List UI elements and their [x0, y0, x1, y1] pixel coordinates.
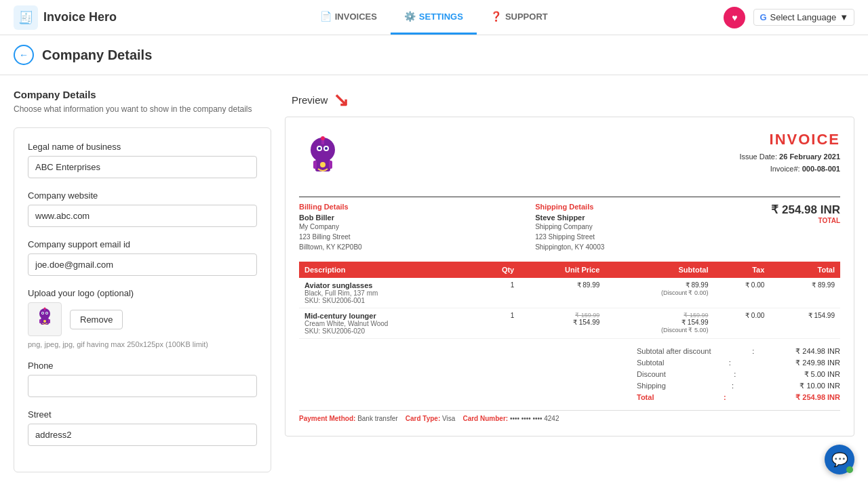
section-title: Company Details: [14, 89, 271, 100]
subtotal-row: Subtotal : ₹ 249.98 INR: [637, 357, 840, 369]
th-qty: Qty: [476, 262, 519, 278]
item-2-unit-price: ₹ 159.99 ₹ 154.99: [519, 308, 605, 339]
nav-invoices[interactable]: 📄 INVOICES: [307, 0, 391, 35]
logo-preview: [28, 302, 62, 336]
shipping-heading: Shipping Details: [535, 203, 771, 211]
shipping-name: Steve Shipper: [535, 214, 771, 222]
robot-logo-icon: [31, 306, 58, 333]
language-selector[interactable]: G Select Language ▼: [753, 9, 854, 26]
phone-input[interactable]: [28, 375, 257, 397]
logo-area: 🧾 Invoice Hero: [14, 5, 117, 30]
subtotal-after-discount-value: ₹ 244.98 INR: [795, 347, 840, 356]
discount-value: ₹ 5.00 INR: [804, 370, 840, 379]
invoice-num-value: 000-08-001: [802, 165, 840, 173]
payment-method-value: Bank transfer: [357, 415, 397, 422]
shipping-label: Shipping: [637, 382, 666, 390]
content-area: Company Details Choose what information …: [0, 75, 868, 488]
totals-table: Subtotal after discount : ₹ 244.98 INR S…: [637, 346, 840, 403]
dropdown-icon: ▼: [840, 12, 848, 22]
invoice-divider: [299, 197, 840, 197]
select-language-label: Select Language: [770, 12, 837, 22]
right-panel: Preview ↘: [285, 89, 854, 476]
email-label: Company support email id: [28, 239, 257, 249]
email-group: Company support email id: [28, 239, 257, 276]
item-1-tax: ₹ 0.00: [713, 278, 770, 308]
shipping-col: Shipping Details Steve Shipper Shipping …: [535, 203, 771, 252]
total-label: TOTAL: [771, 217, 840, 224]
grand-total-label: Total: [637, 393, 654, 402]
total-area: ₹ 254.98 INR TOTAL: [771, 203, 840, 224]
back-icon: ←: [19, 49, 28, 60]
item-1-subtotal: ₹ 89.99 (Discount ₹ 0.00): [605, 278, 713, 308]
preview-label-area: Preview ↘: [285, 89, 854, 111]
item-1-desc: Aviator sunglasses Black, Full Rim, 137 …: [299, 278, 476, 308]
grand-total-row: Total : ₹ 254.98 INR: [637, 392, 840, 403]
logo-label: Upload your logo (optional): [28, 288, 257, 298]
invoice-header: INVOICE Issue Date: 26 February 2021 Inv…: [299, 131, 840, 186]
svg-point-16: [325, 147, 328, 150]
billing-shipping-row: Billing Details Bob Biller My Company 12…: [299, 203, 840, 252]
th-description: Description: [299, 262, 476, 278]
legal-name-label: Legal name of business: [28, 142, 257, 152]
legal-name-input[interactable]: [28, 156, 257, 178]
remove-logo-button[interactable]: Remove: [70, 310, 123, 329]
nav-support[interactable]: ❓ SUPPORT: [477, 0, 561, 35]
heart-icon: ♥: [732, 12, 737, 23]
main-nav: 📄 INVOICES ⚙️ SETTINGS ❓ SUPPORT: [144, 0, 724, 35]
nav-settings[interactable]: ⚙️ SETTINGS: [391, 0, 477, 35]
item-2-total: ₹ 154.99: [770, 308, 840, 339]
grand-total-value: ₹ 254.98 INR: [795, 393, 840, 402]
website-input[interactable]: [28, 205, 257, 227]
item-2-tax: ₹ 0.00: [713, 308, 770, 339]
settings-icon: ⚙️: [404, 11, 416, 22]
invoice-table: Description Qty Unit Price Subtotal Tax …: [299, 262, 840, 339]
invoice-title-area: INVOICE Issue Date: 26 February 2021 Inv…: [739, 131, 840, 175]
form-card: Legal name of business Company website C…: [14, 127, 271, 472]
invoice-num-label: Invoice#:: [770, 165, 800, 173]
svg-point-7: [44, 308, 46, 310]
section-desc: Choose what information you want to show…: [14, 103, 271, 115]
svg-rect-19: [313, 161, 317, 169]
table-row: Mid-century lounger Cream White, Walnut …: [299, 308, 840, 339]
back-button[interactable]: ←: [14, 45, 34, 65]
header-right: ♥ G Select Language ▼: [724, 7, 854, 28]
street-input[interactable]: [28, 424, 257, 446]
google-g-icon: G: [760, 12, 766, 22]
chat-icon: 💬: [831, 451, 848, 468]
item-1-unit-price: ₹ 89.99: [519, 278, 605, 308]
logo-group: Upload your logo (optional): [28, 288, 257, 348]
th-unit-price: Unit Price: [519, 262, 605, 278]
chat-online-dot: [846, 466, 853, 473]
subtotal-after-discount-label: Subtotal after discount: [637, 347, 711, 356]
table-header-row: Description Qty Unit Price Subtotal Tax …: [299, 262, 840, 278]
item-2-qty: 1: [476, 308, 519, 339]
item-1-qty: 1: [476, 278, 519, 308]
th-total: Total: [770, 262, 840, 278]
total-amount: ₹ 254.98 INR: [771, 203, 840, 217]
invoice-logo: [299, 131, 347, 186]
svg-point-10: [43, 320, 46, 323]
billing-col: Billing Details Bob Biller My Company 12…: [299, 203, 535, 252]
chat-button[interactable]: 💬: [825, 445, 854, 474]
header: 🧾 Invoice Hero 📄 INVOICES ⚙️ SETTINGS ❓ …: [0, 0, 868, 35]
invoice-preview: INVOICE Issue Date: 26 February 2021 Inv…: [285, 117, 854, 436]
discount-row: Discount : ₹ 5.00 INR: [637, 369, 840, 380]
heart-button[interactable]: ♥: [724, 7, 745, 28]
billing-heading: Billing Details: [299, 203, 535, 211]
phone-group: Phone: [28, 361, 257, 397]
th-tax: Tax: [713, 262, 770, 278]
item-1-total: ₹ 89.99: [770, 278, 840, 308]
totals-section: Subtotal after discount : ₹ 244.98 INR S…: [299, 346, 840, 403]
upload-hint: png, jpeg, jpg, gif having max 250x125px…: [28, 340, 257, 348]
svg-rect-20: [329, 161, 332, 169]
th-subtotal: Subtotal: [605, 262, 713, 278]
invoice-title: INVOICE: [739, 131, 840, 148]
email-input[interactable]: [28, 253, 257, 276]
subtotal-value: ₹ 249.98 INR: [795, 359, 840, 367]
app-logo-icon: 🧾: [14, 5, 38, 30]
invoices-icon: 📄: [320, 11, 332, 22]
svg-point-15: [318, 147, 321, 150]
preview-label: Preview: [292, 94, 328, 106]
subtotal-label: Subtotal: [637, 359, 664, 367]
subtotal-after-discount-row: Subtotal after discount : ₹ 244.98 INR: [637, 346, 840, 357]
